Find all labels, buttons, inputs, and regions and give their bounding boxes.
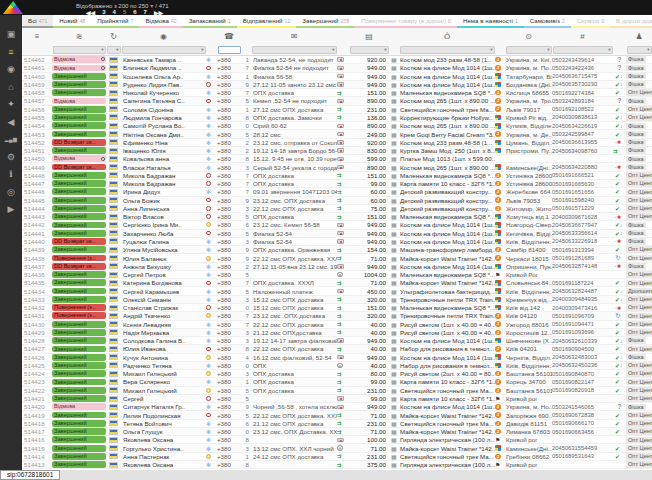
table-row[interactable]: 514448ЗавершенийМикола Бадражан+3807ОПХ … — [22, 172, 652, 180]
ttn-column-filter[interactable] — [553, 46, 613, 54]
country-flag-column-filter[interactable] — [107, 46, 121, 54]
tab-Новий[interactable]: Новий48 — [53, 15, 91, 28]
table-row[interactable]: 514425ЗавершенийРадченко Тетяна✻+3800ОПХ… — [22, 362, 652, 370]
page-5-button[interactable]: 5 — [123, 9, 126, 16]
tab-Всі[interactable]: Всі471 — [22, 15, 53, 28]
ttn-column-header[interactable]: # — [552, 28, 613, 44]
table-row[interactable]: 514426ЗавершенийКучук Антонина+380416.12… — [22, 354, 652, 362]
bank-icon[interactable]: ⌂ — [2, 82, 20, 92]
tab-Нема в наявності[interactable]: Нема в наявності1 — [457, 15, 524, 28]
table-row[interactable]: 514451ЗавершенийІващенко Юлія✻+380219.12… — [22, 147, 652, 155]
page-3-button[interactable]: 3 — [102, 9, 105, 16]
eye-icon[interactable]: ◎ — [2, 187, 20, 197]
tab-Відправлений[interactable]: Відправлений12 — [237, 15, 297, 28]
comment-column-filter[interactable] — [252, 46, 337, 54]
table-row[interactable]: 514439ЗавершенийУляна Мусійовська✻+3809О… — [22, 246, 652, 254]
table-row[interactable]: 514454ЗавершенийСамотій Руслана Во..✻+38… — [22, 122, 652, 130]
table-row[interactable]: 514457ВідмоваСапегина Татьяна С..+3805Ке… — [22, 97, 652, 105]
price-column-header[interactable]: ▤ — [349, 28, 389, 44]
customers-icon[interactable]: ◉ — [2, 64, 20, 74]
price-column-filter[interactable] — [350, 46, 389, 54]
table-row[interactable]: 514419ЗавершенийЛилия Подолинская+380522… — [22, 411, 652, 419]
table-row[interactable]: 514414ЗавершенийАнна Пастернак+380124.12… — [22, 453, 652, 461]
table-row[interactable]: 514458ЗавершенийНиколай Кучеренко✻+3807О… — [22, 89, 652, 97]
megaphone-icon[interactable]: ◀ — [2, 117, 20, 127]
city-column-filter[interactable] — [506, 46, 552, 54]
orders-menu-icon[interactable]: ≡ — [2, 47, 20, 57]
table-row[interactable]: 514435ЗавершенийКатерина Богданова+3807О… — [22, 279, 652, 287]
tab-Завершений[interactable]: Завершений278 — [296, 15, 355, 28]
status-column-filter[interactable] — [53, 46, 106, 54]
stats-icon[interactable]: ▂▄▆ — [2, 134, 20, 144]
table-row[interactable]: 514417ЗавершенийОльга Глущук✻+380023.12 … — [22, 428, 652, 436]
box-3d-icon[interactable]: ▣ — [2, 29, 20, 39]
table-row[interactable]: 514429ЗавершенийНадія Мерзаєва✻+380321.1… — [22, 329, 652, 337]
table-row[interactable]: 514415ЗавершенийГоргулько Христина..✻+38… — [22, 444, 652, 452]
calls-column-header[interactable] — [241, 28, 251, 44]
table-row[interactable]: 514424ЗавершенийМихаил Гилецький+3803ОПХ… — [22, 370, 652, 378]
page-7-button[interactable]: 7 — [144, 9, 147, 16]
phone-column-filter[interactable] — [218, 46, 241, 54]
table-row[interactable]: 514455ЗавершенийЛюдмила Гончарова✻+3808О… — [22, 114, 652, 122]
table-row[interactable]: 514416ЗавершенийЯковлева Оксана✻+3808100… — [22, 436, 652, 444]
table-row[interactable]: 514436ЗавершенийСергей Петров✻+3805₴1004… — [22, 271, 652, 279]
table-row[interactable]: 514449DD Возврат ок...Власюк Наталья✻+38… — [22, 163, 652, 171]
product-icon-column-header[interactable] — [389, 28, 399, 44]
table-row[interactable]: 514447ЗавершенийМикола Бадражан+3807ОПХ … — [22, 180, 652, 188]
table-row[interactable]: 514460ЗавершенийКошелева Ольга Ар..✻+380… — [22, 73, 652, 81]
table-row[interactable]: 514433ЗавершенийОлексій Семанін✻+380315.… — [22, 296, 652, 304]
table-row[interactable]: 514456ЗавершенийСоломія Сідоніна✻+380127… — [22, 106, 652, 114]
product-column-filter[interactable] — [400, 46, 495, 54]
table-row[interactable]: 514461ВідмоваБлизнюк Людмила ..+3807Фиал… — [22, 64, 652, 72]
table-row[interactable]: 514432Повернення (з...Станіслав Стрижак+… — [22, 304, 652, 312]
status-column-header[interactable]: ≋ — [52, 28, 106, 44]
payment-column-header[interactable] — [337, 28, 349, 44]
table-row[interactable]: 514442ЗавершенийСергієнко Ірина Ми..+380… — [22, 221, 652, 229]
table-row[interactable]: 514450ВідмоваКовальова анна✻+380815.12. … — [22, 155, 652, 163]
tab-Повернення товару (в дорозі)[interactable]: Повернення товару (в дорозі)0 — [355, 15, 457, 28]
phone-column-header[interactable]: ☎ — [217, 28, 241, 44]
table-row[interactable]: 514438Повернення (з...Юлия Баланюк+38092… — [22, 254, 652, 262]
source-column-header[interactable]: ♟ — [626, 28, 652, 44]
table-row[interactable]: 514420ВідмоваСитарчук Наталія Гр..✻+3809… — [22, 403, 652, 411]
page-4-button[interactable]: 4 — [113, 9, 116, 16]
pager-prev-button[interactable]: ◀◀ — [86, 9, 95, 16]
table-row[interactable]: 514440DD Возврат ок...Гуцалюк Галина✻+38… — [22, 238, 652, 246]
result-icon-column-header[interactable] — [613, 28, 626, 44]
table-row[interactable]: 514444ЗавершенийАнна Липенська+380322.12… — [22, 205, 652, 213]
pager-next-button[interactable]: ▶▶ — [154, 9, 163, 16]
badge-column-header[interactable] — [206, 28, 217, 44]
table-row[interactable]: 514446ЗавершенийИрина Дидух✻+380709.01 з… — [22, 188, 652, 196]
table-row[interactable]: 514418ЗавершенийТетяна Войтович✻+380621.… — [22, 420, 652, 428]
order-id-column-header[interactable]: ≡ — [22, 28, 52, 44]
table-row[interactable]: 514441ЗавершенийЗахарченко Люба+3805Фиал… — [22, 230, 652, 238]
tab-Сервіси[interactable]: Сервіси0 — [571, 15, 610, 28]
country-flag-column-header[interactable]: ↻ — [106, 28, 121, 44]
sliders-icon[interactable]: ⚙ — [2, 152, 20, 162]
table-row[interactable]: 514431Повернення (з...Андрій Ткаченко+38… — [22, 312, 652, 320]
table-row[interactable]: 514421ЗавершенийСергей+380599.00▦Карта п… — [22, 395, 652, 403]
customer-column-filter[interactable] — [122, 46, 206, 54]
product-column-header[interactable]: Ô — [399, 28, 495, 44]
tab-Відмова[interactable]: Відмова42 — [139, 15, 182, 28]
table-row[interactable]: 514427ЗавершенийЮлия Иванова+380822.12 с… — [22, 345, 652, 353]
table-row[interactable]: 514445ЗавершенийОльга Божик+380923.12 см… — [22, 197, 652, 205]
play-icon[interactable]: ▶ — [2, 204, 20, 214]
tab-Прийнятий[interactable]: Прийнятий7 — [91, 15, 139, 28]
table-row[interactable]: 514453ЗавершенийНікітіна Оксана Дми..✻+3… — [22, 130, 652, 138]
tab-Самовивіз[interactable]: Самовивіз2 — [524, 15, 571, 28]
delivery-icon-column-header[interactable] — [495, 28, 505, 44]
table-row[interactable]: 514462ВідмоваКаневська Тамара ..✻+3801Ла… — [22, 56, 652, 64]
table-row[interactable]: 514430ЗавершенийКсенія Левадняя✻+380722.… — [22, 321, 652, 329]
info-icon[interactable]: ℹ — [2, 169, 20, 179]
customer-column-header[interactable]: ◉ — [121, 28, 206, 44]
table-row[interactable]: 514452DD Возврат ок...Єфименко Ніна✻+380… — [22, 139, 652, 147]
page-6-button[interactable]: 6 — [133, 9, 136, 16]
tab-В дорозі додому[interactable]: В дорозі додому0 — [610, 15, 652, 28]
table-row[interactable]: 514423ЗавершенийВера Скляренко✻+3801ОПХ … — [22, 378, 652, 386]
table-row[interactable]: 514434ЗавершенийСергей Карамышев✻+3805На… — [22, 287, 652, 295]
table-row[interactable]: 514428ЗавершенийСолодкова Галина В..✻+38… — [22, 337, 652, 345]
table-row[interactable]: 514422ЗавершенийМихаил Гилецький+3805ОПХ… — [22, 387, 652, 395]
table-row[interactable]: 514459ЗавершенийРуденко Лидия Пав..+3809… — [22, 81, 652, 89]
comment-column-header[interactable]: ✉ — [251, 28, 337, 44]
